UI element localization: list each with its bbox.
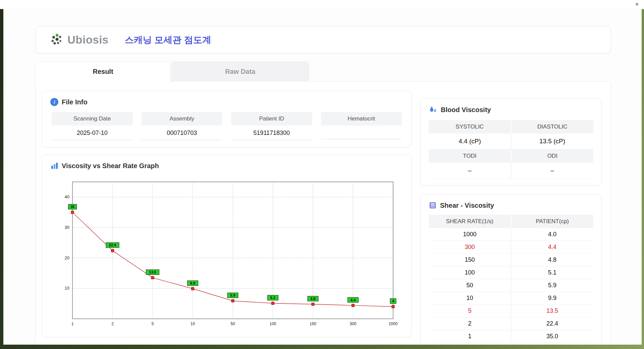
patient-value: 13.5 <box>511 305 593 317</box>
blood-viscosity-panel: Blood Viscosity SYSTOLIC DIASTOLIC 4.4 (… <box>420 98 602 186</box>
blood-viscosity-title: Blood Viscosity <box>441 106 491 114</box>
shear-rate-value: 50 <box>429 279 511 292</box>
patient-value: 9.9 <box>511 292 593 304</box>
svg-text:4.8: 4.8 <box>310 297 315 301</box>
ubiosis-logo-icon <box>50 33 65 47</box>
svg-text:100: 100 <box>269 321 276 326</box>
shear-rate-value: 150 <box>429 254 511 266</box>
diastolic-value: 13.5 (cP) <box>511 134 593 149</box>
svg-text:4.4: 4.4 <box>351 298 356 302</box>
svg-text:4: 4 <box>392 299 394 303</box>
svg-text:5.1: 5.1 <box>270 296 275 300</box>
field-label: Patient ID <box>231 112 312 126</box>
patient-value: 5.9 <box>511 279 593 292</box>
field-value: 51911718300 <box>231 126 312 140</box>
table-row: 2 22.4 <box>429 317 593 330</box>
field-label: Hematocrit <box>321 112 402 126</box>
odi-value: – <box>511 163 593 178</box>
field-assembly: Assembly 000710703 <box>142 112 223 140</box>
table-row: 10 9.9 <box>429 292 593 305</box>
file-info-panel: i File Info Scanning Date 2025-07-10 Ass… <box>42 91 412 147</box>
table-row: 1000 4.0 <box>429 228 593 241</box>
svg-text:13.5: 13.5 <box>149 270 156 274</box>
svg-text:150: 150 <box>310 321 316 326</box>
svg-text:5.9: 5.9 <box>230 293 235 297</box>
shear-viscosity-title: Shear - Viscosity <box>440 202 494 209</box>
graph-panel: Viscosity vs Shear Rate Graph 1020304012… <box>42 155 412 337</box>
info-icon: i <box>50 98 58 106</box>
shear-viscosity-table: SHEAR RATE(1/s) PATIENT(cp) 1000 4.0 300… <box>429 215 593 343</box>
file-info-title: File Info <box>62 98 88 106</box>
svg-text:300: 300 <box>350 321 356 326</box>
patient-value: 4.8 <box>511 254 593 266</box>
svg-text:40: 40 <box>65 194 69 199</box>
svg-text:5: 5 <box>152 321 154 326</box>
field-patient-id: Patient ID 51911718300 <box>231 112 312 140</box>
table-row: 1 35.0 <box>429 330 593 343</box>
svg-text:50: 50 <box>230 321 235 326</box>
table-grid-icon <box>429 201 437 209</box>
result-content: i File Info Scanning Date 2025-07-10 Ass… <box>36 81 611 345</box>
shear-viscosity-panel: Shear - Viscosity SHEAR RATE(1/s) PATIEN… <box>420 194 602 345</box>
patient-value: 35.0 <box>511 330 593 343</box>
patient-value: 22.4 <box>511 317 593 330</box>
table-row: 5 13.5 <box>429 305 593 317</box>
svg-text:1: 1 <box>71 321 74 326</box>
table-row: 300 4.4 <box>429 241 593 254</box>
patient-value: 4.0 <box>511 228 593 241</box>
graph-title: Viscosity vs Shear Rate Graph <box>62 162 159 170</box>
field-hematocrit: Hematocrit <box>321 112 402 140</box>
app-window: Ubiosis 스캐닝 모세관 점도계 Result Raw Data i Fi… <box>3 9 642 345</box>
app-header: Ubiosis 스캐닝 모세관 점도계 <box>36 27 611 53</box>
table-row: 50 5.9 <box>429 279 593 292</box>
shear-rate-value: 1000 <box>429 228 511 241</box>
todi-value: – <box>429 163 511 178</box>
systolic-label: SYSTOLIC <box>429 120 511 134</box>
tab-result[interactable]: Result <box>36 61 170 82</box>
field-scanning-date: Scanning Date 2025-07-10 <box>52 112 133 140</box>
window-titlebar: × <box>0 0 644 9</box>
shear-rate-value: 1 <box>429 330 511 343</box>
svg-text:35: 35 <box>70 205 74 209</box>
patient-value: 4.4 <box>511 241 593 253</box>
patient-column-header: PATIENT(cp) <box>511 215 594 228</box>
table-row: 100 5.1 <box>429 266 593 279</box>
svg-text:10: 10 <box>191 321 195 326</box>
shear-rate-column-header: SHEAR RATE(1/s) <box>429 215 511 228</box>
field-value: 000710703 <box>142 126 223 140</box>
svg-text:10: 10 <box>65 286 69 291</box>
blood-viscosity-grid: SYSTOLIC DIASTOLIC 4.4 (cP) 13.5 (cP) TO… <box>429 120 593 179</box>
brand-logo: Ubiosis <box>50 33 109 47</box>
viscosity-chart: 10203040125105010015030010003522.413.59.… <box>56 174 398 329</box>
diastolic-label: DIASTOLIC <box>511 120 594 134</box>
svg-text:1000: 1000 <box>389 321 398 326</box>
field-value: 2025-07-10 <box>52 126 133 140</box>
svg-text:9.9: 9.9 <box>190 281 195 285</box>
shear-rate-value: 5 <box>429 305 511 317</box>
table-header: SHEAR RATE(1/s) PATIENT(cp) <box>429 215 593 228</box>
svg-text:20: 20 <box>65 255 69 260</box>
close-icon[interactable]: × <box>635 1 639 8</box>
shear-rate-value: 10 <box>429 292 511 304</box>
brand-name: Ubiosis <box>67 34 109 46</box>
field-label: Scanning Date <box>52 112 133 126</box>
tab-raw-data[interactable]: Raw Data <box>171 61 309 82</box>
water-drops-icon <box>429 105 437 114</box>
bar-chart-icon <box>50 162 58 170</box>
svg-text:22.4: 22.4 <box>109 243 116 247</box>
systolic-value: 4.4 (cP) <box>429 134 511 149</box>
table-row: 150 4.8 <box>429 254 593 266</box>
field-label: Assembly <box>142 112 223 126</box>
odi-label: ODI <box>511 149 594 163</box>
svg-text:30: 30 <box>65 225 69 230</box>
shear-rate-value: 2 <box>429 317 511 330</box>
shear-rate-value: 300 <box>429 241 511 253</box>
page-title: 스캐닝 모세관 점도계 <box>125 34 211 46</box>
shear-rate-value: 100 <box>429 266 511 279</box>
todi-label: TODI <box>429 149 511 163</box>
patient-value: 5.1 <box>511 266 593 279</box>
tab-bar: Result Raw Data <box>36 61 611 82</box>
svg-text:2: 2 <box>111 321 114 326</box>
field-value <box>321 126 402 139</box>
